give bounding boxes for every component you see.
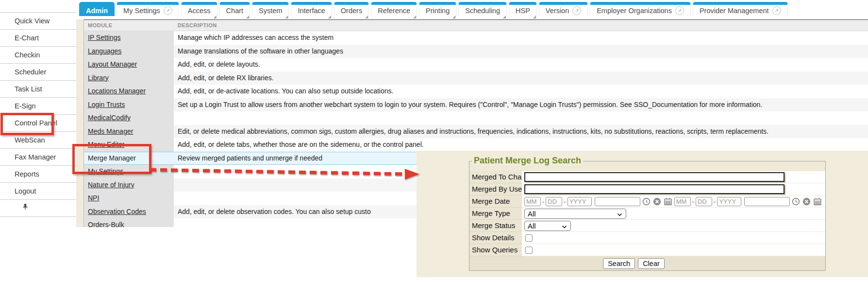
module-link[interactable]: Nature of Injury xyxy=(88,181,134,189)
panel-row-merged-to-chart: Merged To Chart xyxy=(469,171,825,183)
clear-button[interactable]: Clear xyxy=(638,258,665,269)
module-link[interactable]: Locations Manager xyxy=(88,87,146,95)
merge-date-start-mm-input[interactable] xyxy=(524,197,541,206)
tab-scheduling[interactable]: Scheduling◢ xyxy=(458,2,507,16)
module-cell: Library xyxy=(84,71,174,85)
panel-rows: Merged To ChartMerged By UserMerge Date-… xyxy=(469,171,825,256)
module-link[interactable]: Observation Codes xyxy=(88,208,146,215)
merge-date-start-dd-input[interactable] xyxy=(546,197,562,206)
merge-date-end-time-input[interactable] xyxy=(744,197,790,206)
search-button[interactable]: Search xyxy=(603,258,635,269)
tab-label: Provider Management xyxy=(700,7,769,15)
dropdown-fold-icon: ◢ xyxy=(365,15,368,19)
clear-icon-end[interactable] xyxy=(802,197,811,206)
module-link[interactable]: Meds Manager xyxy=(88,127,133,135)
sidebar-item-logout[interactable]: Logout xyxy=(0,183,76,200)
tab-provider-management[interactable]: Provider Management↗ xyxy=(693,2,788,16)
chevron-down-icon xyxy=(562,222,567,230)
merge-date-end-mm-input[interactable] xyxy=(674,197,691,206)
sidebar-item-label: Logout xyxy=(15,187,36,195)
show-queries-checkbox[interactable] xyxy=(525,247,533,254)
module-link[interactable]: Library xyxy=(88,74,109,82)
tab-access[interactable]: Access◢ xyxy=(181,2,217,16)
panel-footer: SearchClear xyxy=(469,256,825,270)
module-link[interactable]: IP Settings xyxy=(88,34,120,41)
sidebar-item-checkin[interactable]: Checkin xyxy=(0,47,76,64)
merge-date-start-time-input[interactable] xyxy=(595,197,640,206)
merge-date-start-yyyy-input[interactable] xyxy=(568,197,592,206)
sidebar-item-label: Quick View xyxy=(15,17,50,25)
merge-status-select[interactable]: All xyxy=(524,221,571,231)
date-separator: - xyxy=(714,198,716,205)
module-description xyxy=(174,111,868,125)
tab-orders[interactable]: Orders◢ xyxy=(334,2,369,16)
panel-label-merged-to-chart: Merged To Chart xyxy=(469,171,522,183)
tab-chart[interactable]: Chart◢ xyxy=(219,2,250,16)
tab-admin[interactable]: Admin xyxy=(79,2,115,16)
module-link[interactable]: Layout Manager xyxy=(88,60,137,68)
module-cell: Layout Manager xyxy=(84,58,174,71)
external-link-icon: ↗ xyxy=(164,6,172,15)
merge-type-value: All xyxy=(528,210,536,218)
tab-label: HSP xyxy=(516,7,530,15)
dropdown-fold-icon: ◢ xyxy=(246,15,249,19)
panel-field-show-details xyxy=(522,232,825,244)
merge-date-end-dd-input[interactable] xyxy=(696,197,712,206)
sidebar-item-scheduler[interactable]: Scheduler xyxy=(0,64,76,81)
external-link-icon: ↗ xyxy=(675,6,684,15)
module-description: Set up a Login Trust to allow users from… xyxy=(174,98,868,112)
show-details-checkbox[interactable] xyxy=(525,234,533,242)
sidebar-item-task-list[interactable]: Task List xyxy=(0,81,76,98)
merge-panel-overlay: Patient Merge Log Search Merged To Chart… xyxy=(417,151,868,277)
calendar-icon-end[interactable] xyxy=(813,197,822,206)
module-description: Manage translations of the software in o… xyxy=(174,45,868,58)
module-link[interactable]: MedicalCodify xyxy=(88,114,131,122)
tab-printing[interactable]: Printing◢ xyxy=(419,2,456,16)
tab-label: Employer Organizations xyxy=(597,7,672,15)
module-cell: Observation Codes xyxy=(84,205,174,219)
tab-label: Version xyxy=(546,7,569,15)
module-link[interactable]: Orders-Bulk xyxy=(88,221,124,227)
tab-label: Scheduling xyxy=(465,7,500,15)
tab-label: Access xyxy=(188,7,211,15)
merged-to-chart-input[interactable] xyxy=(524,172,785,182)
clock-icon-start[interactable] xyxy=(642,197,651,206)
panel-field-show-queries xyxy=(522,244,825,256)
sidebar-item-fax-manager[interactable]: Fax Manager xyxy=(0,149,76,166)
panel-label-show-details: Show Details xyxy=(469,232,522,244)
module-cell: Orders-Bulk xyxy=(84,218,174,227)
tab-hsp[interactable]: HSP◢ xyxy=(509,2,537,16)
tab-system[interactable]: System◢ xyxy=(252,2,289,16)
tab-employer-organizations[interactable]: Employer Organizations↗ xyxy=(590,2,691,16)
sidebar-item-e-chart[interactable]: E-Chart xyxy=(0,30,76,47)
clear-icon-start[interactable] xyxy=(653,197,661,206)
module-link[interactable]: Languages xyxy=(88,47,121,55)
module-cell: NPI xyxy=(84,192,174,205)
merge-date-end-yyyy-input[interactable] xyxy=(717,197,741,206)
sidebar-item-label: E-Sign xyxy=(15,102,36,110)
clock-icon-end[interactable] xyxy=(792,197,800,206)
panel-row-merged-by-user: Merged By User xyxy=(469,183,825,195)
merged-by-user-input[interactable] xyxy=(524,184,785,194)
sidebar-item-e-sign[interactable]: E-Sign xyxy=(0,98,76,115)
calendar-icon-start[interactable] xyxy=(664,197,672,206)
tab-my-settings[interactable]: My Settings↗ xyxy=(117,2,179,16)
table-row: Menu EditorAdd, edit, or delete tabs, wh… xyxy=(84,138,868,152)
sidebar-item-pin[interactable] xyxy=(0,200,76,217)
panel-field-merged-to-chart xyxy=(522,171,825,183)
panel-title: Patient Merge Log Search xyxy=(472,156,583,166)
sidebar: Quick ViewE-ChartCheckinSchedulerTask Li… xyxy=(0,0,76,284)
panel-row-merge-date: Merge Date---- xyxy=(469,195,825,208)
tab-interface[interactable]: Interface◢ xyxy=(291,2,332,16)
merge-type-select[interactable]: All xyxy=(524,209,626,219)
sidebar-item-reports[interactable]: Reports xyxy=(0,166,76,183)
module-link[interactable]: Login Trusts xyxy=(88,101,125,108)
module-link[interactable]: NPI xyxy=(88,194,99,202)
dropdown-fold-icon: ◢ xyxy=(452,15,455,19)
tab-version[interactable]: Version↗ xyxy=(539,2,588,16)
tab-reference[interactable]: Reference◢ xyxy=(371,2,417,16)
table-row: LanguagesManage translations of the soft… xyxy=(84,45,868,58)
sidebar-item-quick-view[interactable]: Quick View xyxy=(0,13,76,30)
module-cell: Meds Manager xyxy=(84,125,174,139)
date-separator: - xyxy=(692,198,694,205)
